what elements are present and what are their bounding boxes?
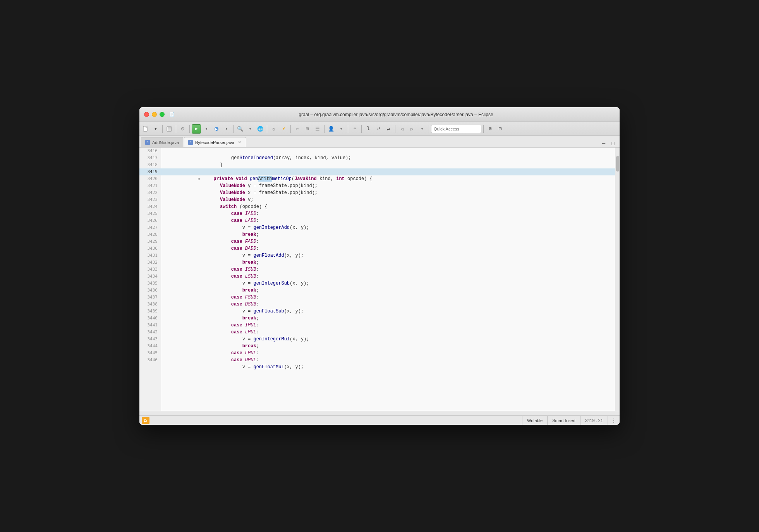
tab-bytecodeparser-label: BytecodeParser.java: [195, 140, 234, 145]
user-button[interactable]: 👤: [326, 124, 336, 134]
external-tools-dropdown[interactable]: ▾: [222, 124, 231, 134]
svg-rect-3: [168, 129, 171, 131]
open-file-button[interactable]: ▾: [151, 124, 160, 134]
scrollbar-thumb-v[interactable]: [616, 156, 619, 172]
format-button[interactable]: ⊞: [303, 124, 312, 134]
toolbar-sep-11: [429, 125, 429, 133]
line-num-3436: 3436: [139, 287, 161, 294]
step-into-button[interactable]: ⤶: [374, 124, 383, 134]
line-num-3418: 3418: [139, 161, 161, 168]
rss-icon[interactable]: [142, 417, 149, 424]
line-num-3438: 3438: [139, 301, 161, 308]
perspective-switcher[interactable]: ⊠: [486, 124, 495, 134]
code-scroll: 3416 3417 3418 3419 3420 3421 3422 3423 …: [139, 148, 620, 411]
toolbar-sep-6: [290, 125, 291, 133]
navigate-button[interactable]: 🌐: [256, 124, 265, 134]
line-num-3434: 3434: [139, 273, 161, 280]
line-num-3422: 3422: [139, 189, 161, 196]
toolbar-sep-10: [395, 125, 395, 133]
line-num-3432: 3432: [139, 259, 161, 266]
user-dropdown[interactable]: ▾: [337, 124, 346, 134]
minimize-editor-button[interactable]: ─: [600, 140, 607, 147]
forward-button[interactable]: ▷: [407, 124, 417, 134]
svg-rect-0: [143, 126, 147, 131]
line-num-3428: 3428: [139, 231, 161, 238]
close-button[interactable]: [144, 112, 149, 117]
perspective-2[interactable]: ⊡: [496, 124, 505, 134]
toolbar-sep-8: [348, 125, 348, 133]
toolbar-sep-4: [233, 125, 234, 133]
editor-area: 3416 3417 3418 3419 3420 3421 3422 3423 …: [139, 148, 620, 415]
code-line-3416: genStoreIndexed(array, index, kind, valu…: [161, 148, 615, 154]
toolbar-sep-7: [324, 125, 325, 133]
organize-button[interactable]: ☰: [313, 124, 322, 134]
tab-bytecodeparser[interactable]: J BytecodeParser.java ✕: [184, 137, 246, 147]
status-position[interactable]: 3419 : 21: [580, 416, 608, 425]
step-return-button[interactable]: ↵: [384, 124, 393, 134]
line-num-3431: 3431: [139, 252, 161, 259]
toolbar-sep-12: [483, 125, 484, 133]
debug-cursor[interactable]: ⌖: [350, 124, 359, 134]
run-button[interactable]: ▶: [192, 124, 201, 134]
maximize-button[interactable]: [160, 112, 165, 117]
line-num-3437: 3437: [139, 294, 161, 301]
line-num-3416: 3416: [139, 148, 161, 154]
sync-button[interactable]: ↻: [269, 124, 278, 134]
step-over-button[interactable]: ⤵: [364, 124, 373, 134]
annotation-button[interactable]: ⚡: [279, 124, 288, 134]
status-writable[interactable]: Writable: [522, 416, 547, 425]
line-num-3419: 3419: [139, 168, 161, 175]
line-num-3440: 3440: [139, 315, 161, 322]
line-num-3435: 3435: [139, 280, 161, 287]
tabs-controls: ─ □: [597, 140, 620, 147]
eclipse-window: 📄 graal – org.graalvm.compiler.java/src/…: [139, 107, 620, 425]
tab-addnode-label: AddNode.java: [152, 140, 179, 145]
file-icon: 📄: [169, 112, 175, 117]
search-button[interactable]: 🔍: [235, 124, 245, 134]
status-more[interactable]: ⋮: [608, 416, 620, 425]
toolbar: ▾ ⚙ ▶ ▾ ▶ ▾ 🔍 ▾ 🌐 ↻ ⚡ ✂: [139, 122, 620, 136]
titlebar: 📄 graal – org.graalvm.compiler.java/src/…: [139, 107, 620, 122]
code-editor[interactable]: 3416 3417 3418 3419 3420 3421 3422 3423 …: [139, 148, 620, 415]
line-num-3446: 3446: [139, 357, 161, 364]
line-num-3442: 3442: [139, 329, 161, 336]
perspective-button[interactable]: ⚙: [178, 124, 187, 134]
svg-text:▶: ▶: [215, 127, 218, 131]
status-bar: Writable Smart Insert 3419 : 21 ⋮: [139, 415, 620, 425]
tab-close-button[interactable]: ✕: [237, 140, 242, 145]
tab-bytecodeparser-icon: J: [188, 140, 193, 145]
minimize-button[interactable]: [152, 112, 157, 117]
tabs-bar: J AddNode.java J BytecodeParser.java ✕ ─…: [139, 136, 620, 148]
toolbar-sep-1: [162, 125, 163, 133]
line-num-3417: 3417: [139, 154, 161, 161]
line-num-3433: 3433: [139, 266, 161, 273]
code-line-3418: [161, 161, 615, 168]
save-button[interactable]: [165, 124, 174, 134]
back-button[interactable]: ◁: [397, 124, 407, 134]
external-tools-button[interactable]: ▶: [212, 124, 221, 134]
status-left: [139, 417, 152, 424]
vertical-scrollbar[interactable]: [615, 148, 620, 411]
line-num-3445: 3445: [139, 350, 161, 357]
status-right: Writable Smart Insert 3419 : 21 ⋮: [522, 416, 620, 425]
line-num-3425: 3425: [139, 210, 161, 217]
tab-addnode-icon: J: [145, 140, 150, 145]
maximize-editor-button[interactable]: □: [610, 140, 616, 147]
line-num-3420: 3420: [139, 175, 161, 182]
svg-point-6: [144, 421, 145, 422]
quick-access-input[interactable]: [431, 125, 481, 133]
line-numbers: 3416 3417 3418 3419 3420 3421 3422 3423 …: [139, 148, 161, 411]
nav-dropdown[interactable]: ▾: [417, 124, 427, 134]
search-dropdown[interactable]: ▾: [246, 124, 255, 134]
tab-addnode[interactable]: J AddNode.java: [141, 137, 183, 147]
toolbar-sep-9: [361, 125, 362, 133]
line-num-3444: 3444: [139, 343, 161, 350]
status-insert-mode[interactable]: Smart Insert: [547, 416, 580, 425]
refactor-button[interactable]: ✂: [293, 124, 302, 134]
line-num-3423: 3423: [139, 196, 161, 203]
line-num-3429: 3429: [139, 238, 161, 245]
run-dropdown[interactable]: ▾: [202, 124, 211, 134]
code-content[interactable]: genStoreIndexed(array, index, kind, valu…: [161, 148, 615, 411]
horizontal-scrollbar[interactable]: [139, 411, 620, 415]
new-file-button[interactable]: [141, 124, 150, 134]
